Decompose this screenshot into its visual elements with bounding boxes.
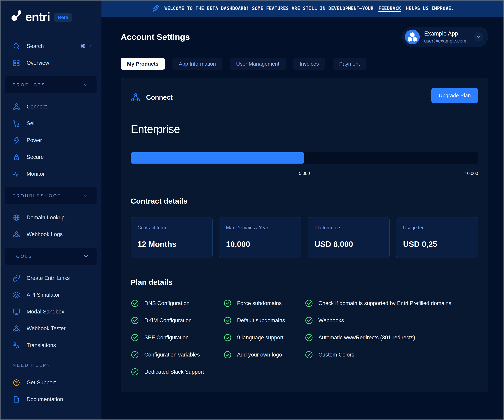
layers-icon bbox=[12, 291, 20, 299]
feature-label: SPF Configuration bbox=[144, 335, 189, 341]
sidebar-item-get-support[interactable]: Get Support bbox=[0, 374, 102, 391]
main-area: WELCOME TO THE BETA DASHBOARD! SOME FEAT… bbox=[102, 0, 504, 420]
sidebar: entri Beta Search ⌘+K Overview PRODUCTS bbox=[0, 0, 102, 420]
feature-item: Custom Colors bbox=[305, 351, 478, 359]
contract-details-section: Contract details Contract term 12 Months… bbox=[121, 187, 488, 268]
sidebar-item-label: Monitor bbox=[27, 171, 45, 177]
pulse-icon bbox=[12, 170, 20, 178]
tab-app-information[interactable]: App Information bbox=[173, 58, 222, 70]
features-column-3: Check if domain is supported by Entri Pr… bbox=[305, 299, 478, 376]
chevron-down-icon bbox=[476, 34, 481, 40]
feature-item: DKIM Configuration bbox=[131, 316, 223, 325]
sidebar-item-webhook-tester[interactable]: Webhook Tester bbox=[0, 320, 102, 337]
sidebar-item-label: Webhook Tester bbox=[27, 325, 66, 332]
check-circle-icon bbox=[131, 368, 139, 376]
webhook-icon bbox=[12, 231, 20, 238]
troubleshoot-header-label: TROUBLESHOOT bbox=[12, 193, 61, 198]
stat-label: Usage fee bbox=[403, 225, 471, 231]
sidebar-item-search[interactable]: Search ⌘+K bbox=[0, 38, 102, 54]
tab-invoices[interactable]: Invoices bbox=[293, 58, 325, 70]
header-row: Account Settings Example App user@exampl… bbox=[121, 27, 488, 47]
sidebar-item-create-entri-links[interactable]: Create Entri Links bbox=[0, 270, 102, 287]
features-column-1: DNS Configuration DKIM Configuration SPF… bbox=[131, 299, 223, 376]
sidebar-item-sell[interactable]: Sell bbox=[0, 115, 102, 132]
sidebar-item-power[interactable]: Power bbox=[0, 132, 102, 149]
feature-label: Check if domain is supported by Entri Pr… bbox=[318, 300, 451, 306]
sidebar-item-monitor[interactable]: Monitor bbox=[0, 166, 102, 182]
beta-banner: WELCOME TO THE BETA DASHBOARD! SOME FEAT… bbox=[102, 0, 504, 17]
feature-label: Force subdomains bbox=[237, 300, 282, 306]
sidebar-item-modal-sandbox[interactable]: Modal Sandbox bbox=[0, 303, 102, 320]
grid-icon bbox=[12, 59, 20, 67]
avatar bbox=[405, 30, 420, 44]
stat-usage-fee: Usage fee USD 0,25 bbox=[396, 217, 478, 258]
feature-label: Configuration variables bbox=[144, 352, 200, 358]
help-group: NEED HELP? Get Support bbox=[0, 363, 102, 408]
chevron-down-icon bbox=[83, 82, 89, 88]
sidebar-item-connect[interactable]: Connect bbox=[0, 98, 102, 115]
sidebar-item-label: Sell bbox=[27, 120, 36, 127]
check-circle-icon bbox=[223, 299, 232, 307]
sidebar-item-domain-lookup[interactable]: Domain Lookup bbox=[0, 209, 102, 226]
translate-icon bbox=[12, 342, 20, 349]
sidebar-item-label: Secure bbox=[27, 154, 44, 160]
stat-label: Platform fee bbox=[315, 225, 383, 231]
feature-item: Automatic wwwRedirects (301 redirects) bbox=[305, 333, 478, 342]
tab-payment[interactable]: Payment bbox=[333, 58, 366, 70]
upgrade-plan-button[interactable]: Upgrade Plan bbox=[432, 88, 478, 103]
plan-usage-section: Connect Upgrade Plan Enterprise 5,000 10… bbox=[121, 78, 488, 187]
lock-icon bbox=[12, 153, 20, 161]
check-circle-icon bbox=[305, 333, 313, 342]
webhook-icon bbox=[12, 325, 20, 332]
feature-label: Default subdomains bbox=[237, 317, 285, 324]
page-title: Account Settings bbox=[121, 32, 190, 42]
product-header: Connect bbox=[131, 93, 173, 102]
stat-label: Max Domains / Year bbox=[226, 225, 294, 231]
overview-label: Overview bbox=[27, 60, 49, 66]
usage-mid-label: 5,000 bbox=[299, 171, 310, 176]
monitor-icon bbox=[12, 308, 20, 316]
content: Account Settings Example App user@exampl… bbox=[102, 17, 504, 392]
sidebar-item-label: Modal Sandbox bbox=[27, 309, 64, 315]
usage-progress-bar bbox=[131, 152, 478, 163]
contract-details-heading: Contract details bbox=[131, 197, 478, 205]
feature-item: SPF Configuration bbox=[131, 333, 223, 342]
chip-caret-button[interactable] bbox=[474, 32, 483, 42]
sidebar-item-webhook-logs[interactable]: Webhook Logs bbox=[0, 226, 102, 243]
hub-icon bbox=[12, 103, 20, 111]
section-products[interactable]: PRODUCTS bbox=[5, 76, 96, 93]
rocket-icon bbox=[151, 4, 160, 12]
sidebar-item-documentation[interactable]: Documentation bbox=[0, 391, 102, 408]
feedback-link[interactable]: FEEDBACK bbox=[378, 6, 401, 11]
stat-value: USD 8,000 bbox=[315, 240, 383, 249]
app-name: Example App bbox=[424, 30, 466, 37]
section-tools[interactable]: TOOLS bbox=[5, 248, 96, 265]
globe-icon bbox=[12, 214, 20, 222]
sidebar-item-translations[interactable]: Translations bbox=[0, 337, 102, 354]
section-troubleshoot[interactable]: TROUBLESHOOT bbox=[5, 187, 96, 204]
tab-user-management[interactable]: User Management bbox=[230, 58, 286, 70]
sidebar-item-api-simulator[interactable]: API Simulator bbox=[0, 287, 102, 303]
features-column-2: Force subdomains Default subdomains 9 la… bbox=[223, 299, 305, 376]
check-circle-icon bbox=[305, 299, 313, 307]
sidebar-item-overview[interactable]: Overview bbox=[0, 54, 102, 71]
contract-stats: Contract term 12 Months Max Domains / Ye… bbox=[131, 217, 478, 258]
logo: entri Beta bbox=[0, 9, 102, 23]
sidebar-item-label: API Simulator bbox=[27, 292, 60, 298]
check-circle-icon bbox=[131, 316, 139, 325]
tab-my-products[interactable]: My Products bbox=[121, 58, 165, 70]
feature-label: Automatic wwwRedirects (301 redirects) bbox=[318, 335, 415, 341]
feature-label: Add your own logo bbox=[237, 352, 282, 358]
product-name: Connect bbox=[146, 94, 173, 101]
chevron-down-icon bbox=[83, 253, 89, 259]
app-switcher-chip[interactable]: Example App user@example.com bbox=[402, 27, 488, 47]
check-circle-icon bbox=[305, 351, 313, 359]
sidebar-item-secure[interactable]: Secure bbox=[0, 149, 102, 166]
sidebar-item-label: Domain Lookup bbox=[27, 215, 65, 221]
feature-item: Configuration variables bbox=[131, 351, 223, 359]
check-circle-icon bbox=[131, 351, 139, 359]
feature-label: 9 language support bbox=[237, 335, 283, 341]
feature-label: Custom Colors bbox=[318, 352, 354, 358]
document-icon bbox=[12, 396, 20, 403]
cart-icon bbox=[12, 120, 20, 127]
